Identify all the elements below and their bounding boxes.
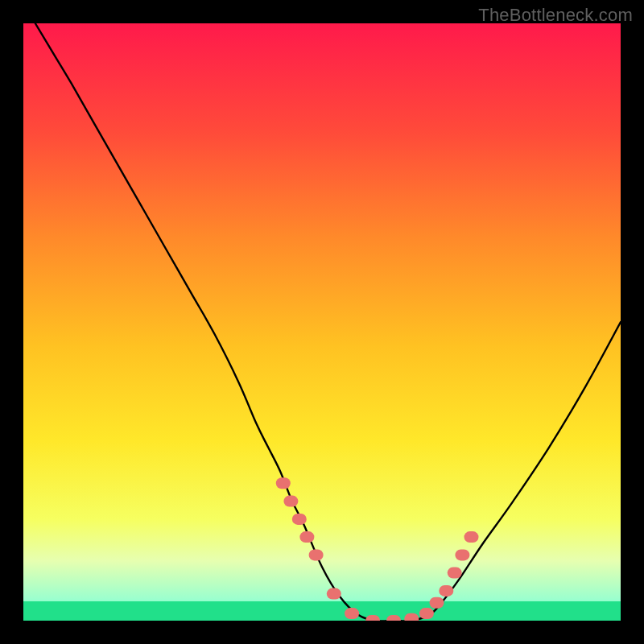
marker-dot xyxy=(448,568,462,579)
marker-dot xyxy=(299,531,314,543)
marker-dot xyxy=(455,549,469,560)
plot-svg xyxy=(23,23,621,621)
plot-area xyxy=(23,23,621,621)
green-band xyxy=(23,601,621,621)
marker-dot xyxy=(419,608,434,619)
marker-dot xyxy=(309,549,324,560)
marker-dot xyxy=(292,514,307,525)
marker-dot xyxy=(430,597,444,609)
marker-dot xyxy=(276,477,291,489)
gradient-background xyxy=(23,23,621,621)
marker-dot xyxy=(439,585,453,597)
marker-dot xyxy=(283,496,298,507)
marker-dot xyxy=(345,608,359,619)
marker-dot xyxy=(464,531,479,543)
chart-stage: TheBottleneck.com xyxy=(0,0,644,644)
watermark-text: TheBottleneck.com xyxy=(478,5,633,26)
marker-dot xyxy=(327,588,341,600)
